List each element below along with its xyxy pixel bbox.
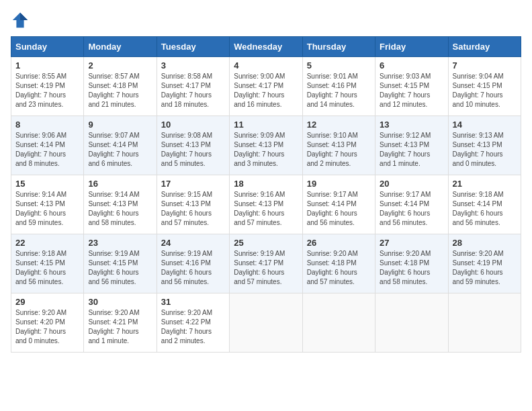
calendar-day-16: 16Sunrise: 9:14 AMSunset: 4:13 PMDayligh…: [84, 175, 157, 234]
day-number: 12: [307, 120, 371, 130]
calendar-table: SundayMondayTuesdayWednesdayThursdayFrid…: [11, 36, 521, 353]
calendar-day-17: 17Sunrise: 9:15 AMSunset: 4:13 PMDayligh…: [157, 175, 229, 234]
day-info: Sunrise: 9:19 AMSunset: 4:15 PMDaylight:…: [88, 250, 139, 285]
day-info: Sunrise: 8:58 AMSunset: 4:17 PMDaylight:…: [161, 73, 212, 108]
calendar-day-2: 2Sunrise: 8:57 AMSunset: 4:18 PMDaylight…: [84, 57, 157, 116]
col-header-wednesday: Wednesday: [230, 37, 302, 57]
calendar-day-20: 20Sunrise: 9:17 AMSunset: 4:14 PMDayligh…: [375, 175, 448, 234]
calendar-day-24: 24Sunrise: 9:19 AMSunset: 4:16 PMDayligh…: [157, 234, 229, 293]
day-info: Sunrise: 8:55 AMSunset: 4:19 PMDaylight:…: [15, 73, 66, 108]
col-header-thursday: Thursday: [302, 37, 375, 57]
day-info: Sunrise: 8:57 AMSunset: 4:18 PMDaylight:…: [88, 73, 139, 108]
logo: [11, 11, 32, 30]
page-header: [11, 11, 521, 30]
day-info: Sunrise: 9:20 AMSunset: 4:18 PMDaylight:…: [307, 250, 358, 285]
day-info: Sunrise: 9:15 AMSunset: 4:13 PMDaylight:…: [161, 191, 212, 226]
day-info: Sunrise: 9:14 AMSunset: 4:13 PMDaylight:…: [88, 191, 139, 226]
day-number: 15: [15, 179, 79, 189]
day-number: 26: [307, 238, 371, 248]
calendar-day-14: 14Sunrise: 9:13 AMSunset: 4:13 PMDayligh…: [448, 116, 521, 175]
calendar-week-3: 15Sunrise: 9:14 AMSunset: 4:13 PMDayligh…: [11, 175, 521, 234]
day-info: Sunrise: 9:17 AMSunset: 4:14 PMDaylight:…: [380, 191, 431, 226]
day-number: 8: [15, 120, 79, 130]
logo-icon: [11, 11, 30, 30]
col-header-saturday: Saturday: [448, 37, 521, 57]
day-number: 27: [380, 238, 443, 248]
day-info: Sunrise: 9:04 AMSunset: 4:15 PMDaylight:…: [453, 73, 504, 108]
day-number: 20: [380, 179, 443, 189]
col-header-tuesday: Tuesday: [157, 37, 229, 57]
day-number: 6: [380, 60, 443, 71]
day-info: Sunrise: 9:19 AMSunset: 4:17 PMDaylight:…: [234, 250, 285, 285]
calendar-day-22: 22Sunrise: 9:18 AMSunset: 4:15 PMDayligh…: [11, 234, 84, 293]
day-info: Sunrise: 9:20 AMSunset: 4:18 PMDaylight:…: [380, 250, 431, 285]
day-number: 30: [88, 297, 152, 307]
day-info: Sunrise: 9:14 AMSunset: 4:13 PMDaylight:…: [15, 191, 66, 226]
calendar-week-4: 22Sunrise: 9:18 AMSunset: 4:15 PMDayligh…: [11, 234, 521, 293]
day-number: 10: [161, 120, 225, 130]
calendar-day-15: 15Sunrise: 9:14 AMSunset: 4:13 PMDayligh…: [11, 175, 84, 234]
day-number: 5: [307, 60, 371, 71]
calendar-day-26: 26Sunrise: 9:20 AMSunset: 4:18 PMDayligh…: [302, 234, 375, 293]
day-number: 16: [88, 179, 152, 189]
day-info: Sunrise: 9:08 AMSunset: 4:13 PMDaylight:…: [161, 132, 212, 167]
calendar-day-30: 30Sunrise: 9:20 AMSunset: 4:21 PMDayligh…: [84, 293, 157, 353]
day-info: Sunrise: 9:16 AMSunset: 4:13 PMDaylight:…: [234, 191, 285, 226]
calendar-day-31: 31Sunrise: 9:20 AMSunset: 4:22 PMDayligh…: [157, 293, 229, 353]
day-number: 29: [15, 297, 79, 307]
calendar-day-5: 5Sunrise: 9:01 AMSunset: 4:16 PMDaylight…: [302, 57, 375, 116]
day-number: 18: [234, 179, 298, 189]
calendar-day-13: 13Sunrise: 9:12 AMSunset: 4:13 PMDayligh…: [375, 116, 448, 175]
calendar-day-28: 28Sunrise: 9:20 AMSunset: 4:19 PMDayligh…: [448, 234, 521, 293]
day-info: Sunrise: 9:20 AMSunset: 4:20 PMDaylight:…: [15, 309, 66, 345]
day-number: 1: [15, 60, 79, 71]
col-header-friday: Friday: [375, 37, 448, 57]
day-info: Sunrise: 9:07 AMSunset: 4:14 PMDaylight:…: [88, 132, 139, 167]
calendar-day-21: 21Sunrise: 9:18 AMSunset: 4:14 PMDayligh…: [448, 175, 521, 234]
calendar-week-2: 8Sunrise: 9:06 AMSunset: 4:14 PMDaylight…: [11, 116, 521, 175]
day-info: Sunrise: 9:18 AMSunset: 4:15 PMDaylight:…: [15, 250, 66, 285]
calendar-day-8: 8Sunrise: 9:06 AMSunset: 4:14 PMDaylight…: [11, 116, 84, 175]
calendar-day-6: 6Sunrise: 9:03 AMSunset: 4:15 PMDaylight…: [375, 57, 448, 116]
day-info: Sunrise: 9:13 AMSunset: 4:13 PMDaylight:…: [453, 132, 504, 167]
calendar-day-25: 25Sunrise: 9:19 AMSunset: 4:17 PMDayligh…: [230, 234, 302, 293]
empty-cell: [448, 293, 521, 353]
day-info: Sunrise: 9:10 AMSunset: 4:13 PMDaylight:…: [307, 132, 358, 167]
day-number: 31: [161, 297, 225, 307]
day-number: 11: [234, 120, 298, 130]
day-number: 4: [234, 60, 298, 71]
day-info: Sunrise: 9:20 AMSunset: 4:22 PMDaylight:…: [161, 309, 212, 345]
day-number: 19: [307, 179, 371, 189]
calendar-week-1: 1Sunrise: 8:55 AMSunset: 4:19 PMDaylight…: [11, 57, 521, 116]
day-number: 21: [453, 179, 517, 189]
day-number: 17: [161, 179, 225, 189]
calendar-day-1: 1Sunrise: 8:55 AMSunset: 4:19 PMDaylight…: [11, 57, 84, 116]
calendar-day-7: 7Sunrise: 9:04 AMSunset: 4:15 PMDaylight…: [448, 57, 521, 116]
col-header-monday: Monday: [84, 37, 157, 57]
day-info: Sunrise: 9:00 AMSunset: 4:17 PMDaylight:…: [234, 73, 285, 108]
day-info: Sunrise: 9:18 AMSunset: 4:14 PMDaylight:…: [453, 191, 504, 226]
calendar-day-10: 10Sunrise: 9:08 AMSunset: 4:13 PMDayligh…: [157, 116, 229, 175]
day-info: Sunrise: 9:01 AMSunset: 4:16 PMDaylight:…: [307, 73, 358, 108]
day-number: 7: [453, 60, 517, 71]
day-info: Sunrise: 9:12 AMSunset: 4:13 PMDaylight:…: [380, 132, 431, 167]
calendar-day-11: 11Sunrise: 9:09 AMSunset: 4:13 PMDayligh…: [230, 116, 302, 175]
calendar-day-23: 23Sunrise: 9:19 AMSunset: 4:15 PMDayligh…: [84, 234, 157, 293]
calendar-day-12: 12Sunrise: 9:10 AMSunset: 4:13 PMDayligh…: [302, 116, 375, 175]
day-number: 25: [234, 238, 298, 248]
empty-cell: [230, 293, 302, 353]
calendar-header-row: SundayMondayTuesdayWednesdayThursdayFrid…: [11, 37, 521, 57]
empty-cell: [375, 293, 448, 353]
day-info: Sunrise: 9:20 AMSunset: 4:19 PMDaylight:…: [453, 250, 504, 285]
calendar-week-5: 29Sunrise: 9:20 AMSunset: 4:20 PMDayligh…: [11, 293, 521, 353]
day-info: Sunrise: 9:03 AMSunset: 4:15 PMDaylight:…: [380, 73, 431, 108]
day-number: 13: [380, 120, 443, 130]
calendar-day-27: 27Sunrise: 9:20 AMSunset: 4:18 PMDayligh…: [375, 234, 448, 293]
day-info: Sunrise: 9:06 AMSunset: 4:14 PMDaylight:…: [15, 132, 66, 167]
day-info: Sunrise: 9:20 AMSunset: 4:21 PMDaylight:…: [88, 309, 139, 345]
calendar-day-4: 4Sunrise: 9:00 AMSunset: 4:17 PMDaylight…: [230, 57, 302, 116]
day-number: 28: [453, 238, 517, 248]
day-number: 14: [453, 120, 517, 130]
col-header-sunday: Sunday: [11, 37, 84, 57]
day-number: 3: [161, 60, 225, 71]
